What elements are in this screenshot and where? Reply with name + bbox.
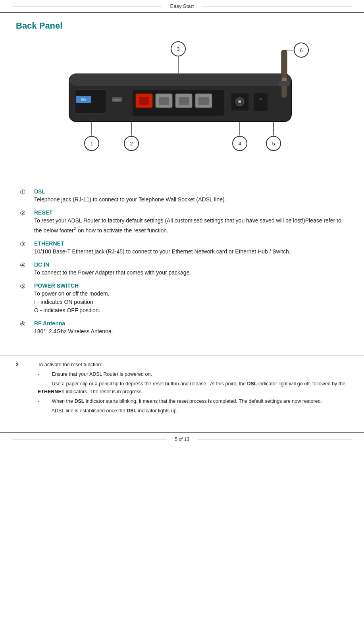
svg-text:1: 1	[90, 141, 93, 147]
svg-point-18	[238, 100, 241, 103]
footer-line-0: To activate the reset function:	[38, 361, 348, 369]
item-dcin-desc: To connect to the Power Adapter that com…	[34, 269, 344, 277]
svg-text:5: 5	[272, 141, 275, 147]
item-reset-number: ②	[20, 209, 34, 217]
item-ethernet-number: ③	[20, 240, 34, 248]
section-title: Back Panel	[16, 21, 348, 31]
svg-rect-11	[159, 97, 169, 105]
svg-text:3: 3	[177, 46, 179, 52]
footer-line-4: - ADSL line is established once the DSL …	[38, 407, 348, 415]
router-diagram: DSL RESET	[53, 38, 311, 177]
item-dsl-content: DSL Telephone jack (RJ-11) to connect to…	[34, 188, 344, 204]
item-reset-content: RESET To reset your ADSL Router to facto…	[34, 209, 344, 235]
item-reset-desc: To reset your ADSL Router to factory def…	[34, 217, 344, 235]
header-title: Easy Start	[162, 3, 202, 9]
item-dsl-label: DSL	[34, 188, 344, 195]
header-line-right	[202, 6, 352, 7]
footer-note-number: 2	[16, 361, 38, 369]
item-dsl-desc: Telephone jack (RJ-11) to connect to you…	[34, 195, 344, 204]
item-antenna-content: RF Antenna 180° 2.4Ghz Wireless Antenna.	[34, 320, 344, 336]
router-image-container: DSL RESET	[16, 38, 348, 177]
items-list: ① DSL Telephone jack (RJ-11) to connect …	[16, 188, 348, 336]
svg-rect-1	[69, 74, 291, 86]
item-dcin-label: DC IN	[34, 261, 344, 268]
item-ethernet: ③ ETHERNET 10/100 Base-T Ethernet jack (…	[20, 240, 344, 256]
svg-text:6: 6	[300, 47, 302, 53]
footer-line-1: - Ensure that your ADSL Router is powere…	[38, 370, 348, 378]
item-dcin: ④ DC IN To connect to the Power Adapter …	[20, 261, 344, 277]
item-ethernet-label: ETHERNET	[34, 240, 344, 247]
svg-text:DSL: DSL	[81, 98, 87, 101]
svg-text:RESET: RESET	[112, 99, 120, 101]
svg-text:4: 4	[238, 141, 241, 147]
page-footer-line-right	[197, 439, 352, 440]
svg-rect-15	[198, 97, 209, 105]
item-dsl: ① DSL Telephone jack (RJ-11) to connect …	[20, 188, 344, 204]
footer-section: 2 To activate the reset function: - Ensu…	[0, 356, 364, 424]
svg-text:I/O: I/O	[258, 98, 262, 100]
item-ethernet-desc: 10/100 Base-T Ethernet jack (RJ-45) to c…	[34, 247, 344, 256]
page-footer-line-left	[12, 439, 167, 440]
item-power-number: ⑤	[20, 282, 34, 290]
item-dcin-content: DC IN To connect to the Power Adapter th…	[34, 261, 344, 277]
item-reset: ② RESET To reset your ADSL Router to fac…	[20, 209, 344, 235]
item-ethernet-content: ETHERNET 10/100 Base-T Ethernet jack (RJ…	[34, 240, 344, 256]
page-number: 5 of 13	[167, 437, 197, 442]
item-antenna-number: ⑥	[20, 320, 34, 328]
main-content: Back Panel DSL RESET	[0, 13, 364, 336]
svg-rect-21	[281, 50, 287, 98]
header-line-left	[12, 6, 162, 7]
item-power: ⑤ POWER SWITCH To power on or off the mo…	[20, 282, 344, 315]
footer-line-3: - When the DSL indicator starts blinking…	[38, 397, 348, 405]
svg-rect-19	[254, 93, 268, 111]
item-antenna-label: RF Antenna	[34, 320, 344, 327]
svg-text:2: 2	[130, 141, 133, 147]
item-antenna: ⑥ RF Antenna 180° 2.4Ghz Wireless Antenn…	[20, 320, 344, 336]
item-reset-label: RESET	[34, 209, 344, 216]
svg-rect-23	[279, 81, 290, 86]
footer-note-content: To activate the reset function: - Ensure…	[38, 361, 348, 416]
footer-note: 2 To activate the reset function: - Ensu…	[16, 361, 348, 416]
footer-line-2: - Use a paper clip or a pencil tip to de…	[38, 380, 348, 396]
page-footer: 5 of 13	[0, 432, 364, 446]
item-power-desc: To power on or off the modem. I - indica…	[34, 290, 344, 315]
svg-rect-13	[179, 97, 189, 105]
svg-rect-9	[139, 97, 149, 105]
item-antenna-desc: 180° 2.4Ghz Wireless Antenna.	[34, 327, 344, 336]
item-dcin-number: ④	[20, 261, 34, 269]
item-power-content: POWER SWITCH To power on or off the mode…	[34, 282, 344, 315]
page-header: Easy Start	[0, 0, 364, 13]
item-power-label: POWER SWITCH	[34, 282, 344, 289]
item-dsl-number: ①	[20, 188, 34, 196]
